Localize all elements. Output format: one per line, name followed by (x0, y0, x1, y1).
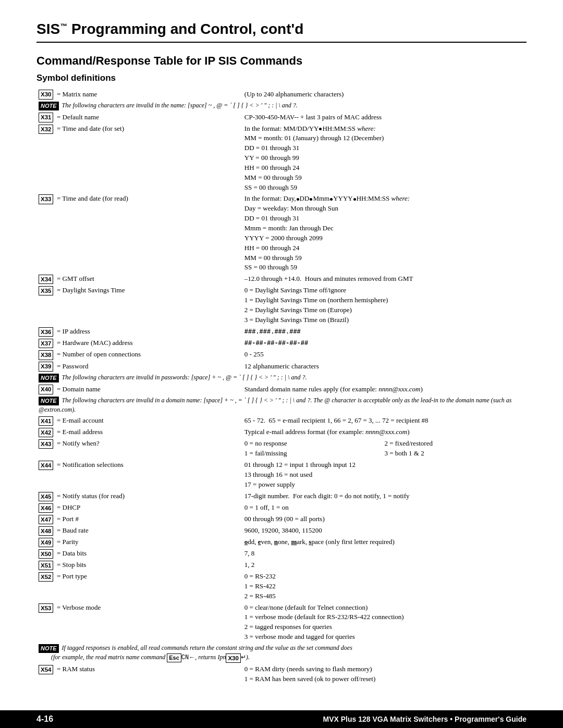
footer-title: MVX Plus 128 VGA Matrix Switchers • Prog… (323, 715, 527, 723)
code-x36: X36 (39, 327, 53, 337)
grid-cell: 3 = both 1 & 2 (384, 449, 524, 459)
table-row: X47 = Port # 00 through 99 (00 = all por… (36, 513, 527, 525)
left-cell: X46 = DHCP (36, 502, 242, 513)
note-cell: NOTE The following characters are invali… (36, 395, 527, 415)
right-cell: odd, even, none, mark, space (only first… (242, 536, 527, 548)
right-cell: (Up to 240 alphanumeric characters) (242, 89, 527, 100)
left-cell: X45 = Notify status (for read) (36, 490, 242, 502)
left-cell: X40 = Domain name (36, 384, 242, 395)
code-x30: X30 (39, 90, 53, 99)
right-cell: 0 = RAM dirty (needs saving to flash mem… (242, 664, 527, 685)
footer-page-num: 4-16 (36, 714, 53, 724)
code-x33: X33 (39, 194, 53, 204)
code-x50: X50 (39, 549, 53, 559)
left-cell: X42 = E-mail address (36, 427, 242, 438)
right-cell: 65 - 72. 65 = e-mail recipient 1, 66 = 2… (242, 415, 527, 427)
table-row: X45 = Notify status (for read) 17-digit … (36, 490, 527, 502)
left-cell: X37 = Hardware (MAC) address (36, 338, 242, 349)
right-cell: Typical e-mail address format (for examp… (242, 427, 527, 438)
note-text: If tagged responses is enabled, all read… (39, 644, 352, 661)
left-cell: X38 = Number of open connections (36, 349, 242, 361)
page: SIS™ Programming and Control, cont'd Com… (0, 0, 563, 728)
table-row: X48 = Baud rate 9600, 19200, 38400, 1152… (36, 525, 527, 536)
code-x48: X48 (39, 526, 53, 536)
right-cell: 0 = Daylight Savings Time off/ignore 1 =… (242, 285, 527, 326)
table-row: X44 = Notification selections 01 through… (36, 460, 527, 491)
note-row: NOTE The following characters are invali… (36, 395, 527, 415)
right-cell: ###.###.###.### (242, 326, 527, 337)
code-x43: X43 (39, 439, 53, 449)
left-cell: X34 = GMT offset (36, 274, 242, 285)
code-x52: X52 (39, 572, 53, 582)
left-cell: X49 = Parity (36, 536, 242, 548)
right-cell: 12 alphanumeric characters (242, 361, 527, 372)
code-x47: X47 (39, 515, 53, 524)
right-cell: 0 - 255 (242, 349, 527, 361)
notify-grid: 0 = no response 2 = fixed/restored 1 = f… (244, 439, 524, 459)
right-cell: 00 through 99 (00 = all ports) (242, 513, 527, 525)
code-x34: X34 (39, 275, 53, 284)
note-label: NOTE (39, 102, 59, 110)
left-cell: X50 = Data bits (36, 548, 242, 559)
table-row: X41 = E-mail account 65 - 72. 65 = e-mai… (36, 415, 527, 427)
right-cell: In the format: MM/DD/YYHH:MM:SS where: M… (242, 123, 527, 193)
table-row: X49 = Parity odd, even, none, mark, spac… (36, 536, 527, 548)
note-label: NOTE (39, 644, 59, 653)
page-header: SIS™ Programming and Control, cont'd (36, 21, 527, 43)
left-cell: X44 = Notification selections (36, 460, 242, 491)
code-x42: X42 (39, 428, 53, 437)
code-x31: X31 (39, 113, 53, 122)
table-row: X51 = Stop bits 1, 2 (36, 560, 527, 571)
grid-cell: 1 = fail/missing (244, 449, 385, 459)
note-text: The following characters are invalid in … (62, 102, 298, 109)
ip-format: ###.###.###.### (244, 328, 301, 336)
code-x44: X44 (39, 461, 53, 470)
right-cell: 0 = 1 off, 1 = on (242, 502, 527, 513)
table-row: X46 = DHCP 0 = 1 off, 1 = on (36, 502, 527, 513)
table-row: X40 = Domain name Standard domain name r… (36, 384, 527, 395)
table-row: X37 = Hardware (MAC) address ##-##-##-##… (36, 338, 527, 349)
note-row: NOTE The following characters are invali… (36, 100, 527, 112)
code-x40: X40 (39, 385, 53, 394)
table-row: X42 = E-mail address Typical e-mail addr… (36, 427, 527, 438)
table-row: X38 = Number of open connections 0 - 255 (36, 349, 527, 361)
code-x49: X49 (39, 538, 53, 547)
code-x45: X45 (39, 492, 53, 501)
table-row: X50 = Data bits 7, 8 (36, 548, 527, 559)
grid-cell: 0 = no response (244, 439, 385, 449)
table-row: X52 = Port type 0 = RS-232 1 = RS-422 2 … (36, 571, 527, 602)
table-row: X30 = Matrix name (Up to 240 alphanumeri… (36, 89, 527, 100)
note-row: NOTE The following characters are invali… (36, 372, 527, 384)
grid-cell: 2 = fixed/restored (384, 439, 524, 449)
header-title-text: SIS™ Programming and Control, cont'd (36, 21, 303, 37)
left-cell: X32 = Time and date (for set) (36, 123, 242, 193)
right-cell: ##-##-##-##-##-## (242, 338, 527, 349)
footer-bar: 4-16 MVX Plus 128 VGA Matrix Switchers •… (0, 710, 563, 728)
right-cell: 17-digit number. For each digit: 0 = do … (242, 490, 527, 502)
code-x41: X41 (39, 416, 53, 426)
code-x51: X51 (39, 561, 53, 570)
code-x35: X35 (39, 286, 53, 295)
code-x32: X32 (39, 125, 53, 134)
table-row: X34 = GMT offset –12.0 through +14.0. Ho… (36, 274, 527, 285)
right-cell: Standard domain name rules apply (for ex… (242, 384, 527, 395)
right-cell: 7, 8 (242, 548, 527, 559)
table-row: X36 = IP address ###.###.###.### (36, 326, 527, 337)
esc-key: Esc (167, 653, 181, 662)
note-text: The following characters are invalid in … (39, 397, 512, 413)
subsection-title: Symbol definitions (36, 73, 527, 83)
left-cell: X43 = Notify when? (36, 438, 242, 460)
left-cell: X33 = Time and date (for read) (36, 193, 242, 274)
right-cell: –12.0 through +14.0. Hours and minutes r… (242, 274, 527, 285)
left-cell: X36 = IP address (36, 326, 242, 337)
section-title: Command/Response Table for IP SIS Comman… (36, 54, 527, 68)
note-cell: NOTE If tagged responses is enabled, all… (36, 643, 527, 663)
note-text: The following characters are invalid in … (62, 374, 307, 381)
symbol-table: X30 = Matrix name (Up to 240 alphanumeri… (36, 89, 527, 685)
code-x37: X37 (39, 339, 53, 348)
table-row: X32 = Time and date (for set) In the for… (36, 123, 527, 193)
table-row: X31 = Default name CP-300-450-MAV-- + la… (36, 112, 527, 123)
right-cell: 1, 2 (242, 560, 527, 571)
left-cell: X47 = Port # (36, 513, 242, 525)
left-cell: X53 = Verbose mode (36, 602, 242, 643)
